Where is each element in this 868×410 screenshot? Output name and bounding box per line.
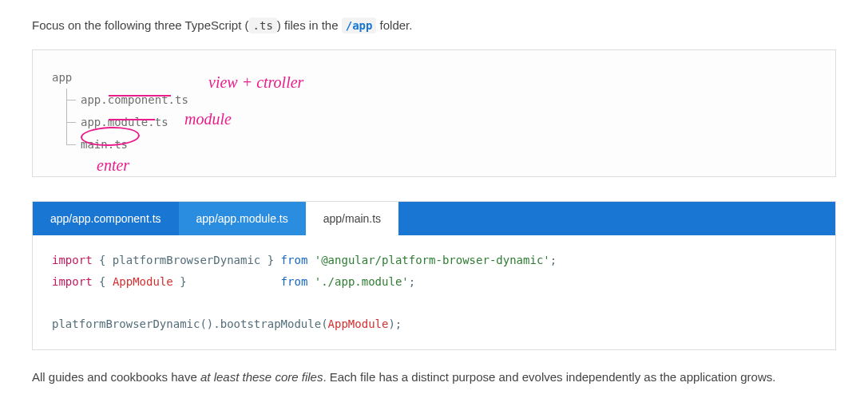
footer-paragraph: All guides and cookbooks have at least t… [32, 368, 836, 387]
code-keyword: from [281, 254, 308, 266]
code-punct: ; [409, 275, 415, 288]
tabs-header: app/app.component.ts app/app.module.ts a… [33, 202, 835, 235]
tab-main[interactable]: app/main.ts [306, 202, 398, 235]
code-text: { platformBrowserDynamic } [93, 254, 281, 266]
code-content: import { platformBrowserDynamic } from '… [33, 235, 835, 349]
code-punct: ; [550, 254, 557, 266]
code-tabs-container: app/app.component.ts app/app.module.ts a… [32, 201, 836, 350]
tree-file: main.ts [66, 133, 816, 156]
code-type: AppModule [113, 275, 173, 288]
intro-paragraph: Focus on the following three TypeScript … [32, 16, 836, 35]
tree-file: app.component.ts [66, 89, 816, 111]
code-keyword: import [52, 254, 93, 266]
file-tree: app app.component.ts app.module.ts main.… [52, 66, 816, 156]
tree-root: app [52, 66, 816, 89]
code-text: { [93, 275, 113, 288]
intro-text-suffix: folder. [376, 18, 412, 32]
code-string: '@angular/platform-browser-dynamic' [307, 254, 549, 266]
code-text: platformBrowserDynamic().bootstrapModule… [52, 317, 328, 330]
footer-emphasis: at least these core files [200, 370, 323, 384]
intro-folder-path: /app [342, 18, 377, 34]
code-punct: ); [388, 317, 402, 330]
tab-app-component[interactable]: app/app.component.ts [33, 202, 179, 235]
file-tree-panel: app app.component.ts app.module.ts main.… [32, 49, 836, 177]
footer-text: . Each file has a distinct purpose and e… [323, 370, 775, 384]
intro-text: Focus on the following three TypeScript … [32, 18, 249, 32]
intro-text-mid: ) files in the [277, 18, 342, 32]
code-text: } [173, 275, 281, 288]
footer-text: All guides and cookbooks have [32, 370, 200, 384]
code-keyword: import [52, 275, 93, 288]
tree-file: app.module.ts [66, 111, 816, 133]
code-string: './app.module' [307, 275, 408, 288]
code-type: AppModule [328, 317, 389, 330]
tab-app-module[interactable]: app/app.module.ts [179, 202, 306, 235]
code-keyword: from [281, 275, 308, 288]
intro-ext-code: .ts [249, 18, 277, 34]
annotation-enter: enter [97, 152, 129, 178]
